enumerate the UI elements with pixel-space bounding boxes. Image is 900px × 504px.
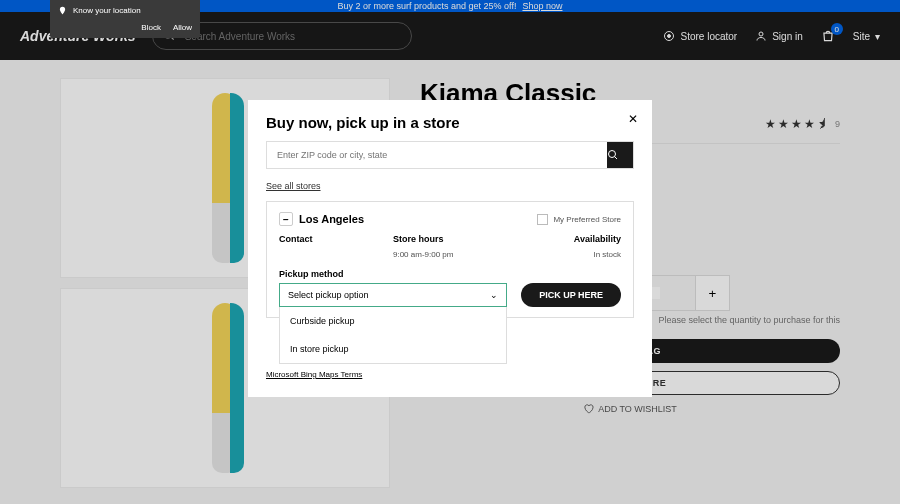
hours-label: Store hours [393, 234, 507, 244]
hours-value: 9:00 am-9:00 pm [393, 250, 507, 259]
zip-input[interactable] [267, 142, 607, 168]
geolocation-prompt: Know your location Block Allow [50, 0, 200, 38]
modal-overlay[interactable]: ✕ Buy now, pick up in a store See all st… [0, 0, 900, 504]
collapse-toggle[interactable]: − [279, 212, 293, 226]
geo-block-button[interactable]: Block [141, 23, 161, 32]
store-card: − Los Angeles My Preferred Store Contact… [266, 201, 634, 318]
pickup-method-label: Pickup method [279, 269, 507, 279]
pin-icon [58, 6, 67, 15]
zip-search-button[interactable] [607, 142, 633, 168]
preferred-store-checkbox[interactable]: My Preferred Store [537, 214, 621, 225]
pickup-modal: ✕ Buy now, pick up in a store See all st… [248, 100, 652, 397]
pickup-option[interactable]: Curbside pickup [280, 307, 506, 335]
chevron-down-icon: ⌄ [490, 290, 498, 300]
geo-allow-button[interactable]: Allow [173, 23, 192, 32]
pick-up-here-button[interactable]: PICK UP HERE [521, 283, 621, 307]
svg-point-5 [609, 151, 616, 158]
availability-value: In stock [507, 250, 621, 259]
availability-label: Availability [507, 234, 621, 244]
geo-text: Know your location [73, 6, 141, 15]
svg-line-6 [615, 157, 618, 160]
pickup-method-select[interactable]: Select pickup option ⌄ [279, 283, 507, 307]
modal-title: Buy now, pick up in a store [266, 114, 634, 131]
pickup-method-dropdown: Curbside pickup In store pickup [279, 307, 507, 364]
modal-close-button[interactable]: ✕ [628, 112, 638, 126]
checkbox-icon [537, 214, 548, 225]
maps-terms-link[interactable]: Microsoft Bing Maps Terms [266, 370, 362, 379]
see-all-stores-link[interactable]: See all stores [266, 181, 321, 191]
store-name: Los Angeles [299, 213, 364, 225]
pickup-option[interactable]: In store pickup [280, 335, 506, 363]
contact-label: Contact [279, 234, 393, 244]
